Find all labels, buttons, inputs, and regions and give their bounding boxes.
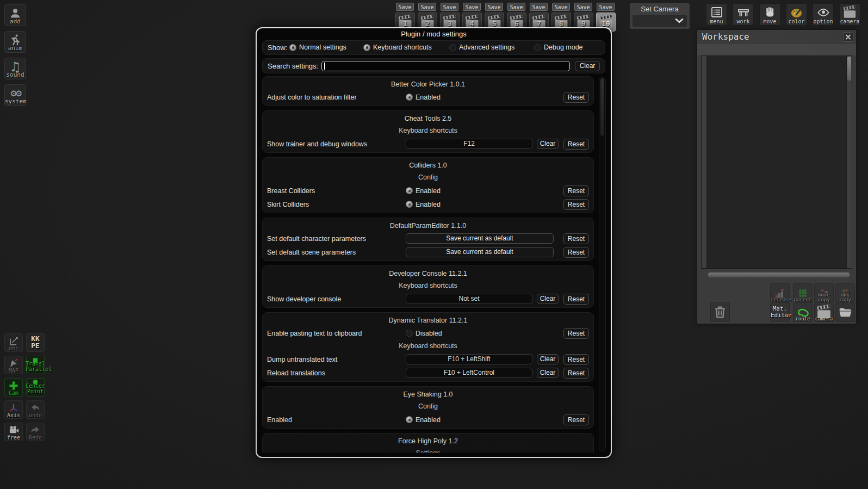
toggle-control[interactable]: Enabled [406,201,441,208]
workspace-right-scrollbar[interactable] [846,56,852,268]
workspace-button-label: move copy [815,293,833,302]
toggle-control[interactable]: Disabled [406,330,442,337]
keybind-box[interactable]: F10 + LeftShift [406,354,532,364]
workspace-tree-area[interactable] [701,55,852,269]
toggle-circle[interactable] [406,201,413,208]
action-button[interactable]: Save current as default [406,233,554,244]
reset-button[interactable]: Reset [563,328,589,339]
save-button-6[interactable]: Save [507,3,525,11]
reset-button[interactable]: Reset [563,185,589,196]
radio-toggle[interactable] [534,44,541,51]
dialog-scrollbar[interactable] [599,77,606,451]
tool-button-obj[interactable]: obj [4,333,23,352]
radio-toggle[interactable] [449,44,456,51]
toggle-control[interactable]: Enabled [406,416,441,424]
toggle-circle[interactable] [406,94,413,101]
toolbar-button-color[interactable]: color [786,3,807,26]
keybind-box[interactable]: F10 + LeftControl [406,368,532,378]
toggle-circle[interactable] [406,416,413,423]
toolbar-button-move[interactable]: move [759,3,780,26]
toolbar-button-menu[interactable]: menu [706,3,727,26]
tool-button-cam[interactable]: Cam [4,378,23,397]
toggle-control[interactable]: Enabled [406,94,441,101]
reset-button[interactable]: Reset [563,139,589,150]
text-caret [324,63,325,70]
tool-button-center-point[interactable]: Center Point [26,378,45,397]
reset-button[interactable]: Reset [563,233,589,244]
tool-button-free[interactable]: free [4,423,23,441]
clear-button[interactable]: Clear [537,139,559,149]
toggle-control[interactable]: Enabled [406,187,441,195]
toolbar-button-add[interactable]: add [4,4,26,26]
save-button-5[interactable]: Save [485,3,503,11]
show-option-1[interactable]: Keyboard shortcuts [363,44,432,51]
show-option-3[interactable]: Debug mode [534,44,583,51]
radio-toggle[interactable] [289,44,296,51]
tool-button-transl-parallel[interactable]: Transl Parallel [26,356,45,374]
tool-button-label: KK PE [26,335,45,349]
scrollbar-thumb[interactable] [847,57,851,81]
save-button-4[interactable]: Save [463,3,481,11]
toolbar-button-label: add [5,18,26,25]
set-camera-dropdown[interactable] [633,15,687,27]
reset-button[interactable]: Reset [563,354,589,365]
search-input[interactable] [321,61,570,71]
reset-button[interactable]: Reset [563,414,589,425]
workspace-button-folder[interactable] [835,302,855,322]
action-button[interactable]: Save current as default [406,247,554,257]
toggle-circle[interactable] [406,187,413,194]
save-button-9[interactable]: Save [574,3,592,11]
toolbar-button-sound[interactable]: ♫sound [4,58,26,79]
workspace-button-release[interactable]: release [770,283,790,303]
keybind-box[interactable]: F12 [406,139,532,149]
clear-button[interactable]: Clear [537,354,559,364]
show-option-label: Keyboard shortcuts [373,44,432,51]
search-clear-button[interactable]: Clear [575,61,600,71]
save-button-7[interactable]: Save [530,3,548,11]
workspace-button-parent[interactable]: parent [793,283,813,303]
tool-button-axis[interactable]: Axis [4,400,23,419]
save-button-2[interactable]: Save [418,3,436,11]
reset-button[interactable]: Reset [563,294,589,305]
workspace-horizontal-scrollbar[interactable] [708,273,850,277]
chevron-down-icon [675,17,684,24]
slot-number: 1 [396,20,414,28]
reset-button[interactable]: Reset [563,92,589,103]
toolbar-button-system[interactable]: ⚙⚙system [4,84,26,106]
clear-button[interactable]: Clear [537,368,559,378]
tool-button-kk-pe[interactable]: KK PE [26,333,45,352]
show-option-2[interactable]: Advanced settings [449,44,514,51]
green-plus-icon [6,380,21,391]
clear-button[interactable]: Clear [537,294,559,304]
dialog-title: Plugin / mod settings [257,30,611,38]
workspace-left-scrollbar[interactable] [702,56,707,268]
toolbar-button-anim[interactable]: anim [4,31,26,53]
workspace-button-move-copy[interactable]: move copy [814,283,834,303]
workspace-button-trash[interactable] [710,302,730,322]
tool-button-redo[interactable]: Redo [26,423,45,441]
plugin-section-title: DefaultParamEditor 1.1.0 [267,220,589,232]
tool-button-map[interactable]: MAP [4,356,23,374]
workspace-close-button[interactable] [843,32,853,42]
toolbar-button-work[interactable]: work [733,3,754,26]
save-button-8[interactable]: Save [552,3,570,11]
radio-toggle[interactable] [363,44,370,51]
reset-button[interactable]: Reset [563,368,589,379]
save-button-1[interactable]: Save [396,3,414,11]
workspace-button-route[interactable]: route [793,302,813,322]
reset-button[interactable]: Reset [563,247,589,258]
scrollbar-thumb[interactable] [600,78,605,137]
tool-button-undo[interactable]: undo [26,400,45,419]
workspace-button-mat-editor[interactable]: Mat. Editor [770,302,790,322]
toolbar-button-option[interactable]: option [813,3,834,26]
reset-button[interactable]: Reset [563,199,589,210]
keybind-box[interactable]: Not set [406,294,532,304]
toolbar-button-camera[interactable]: camera [839,3,860,26]
toggle-circle[interactable] [406,330,413,337]
save-button-3[interactable]: Save [441,3,458,11]
workspace-button-obj-copy[interactable]: obj copy [835,283,855,303]
workspace-button-camera[interactable]: camera [814,302,834,322]
save-button-10[interactable]: Save [597,3,615,11]
movie-camera-icon [6,424,21,436]
show-option-0[interactable]: Normal settings [289,44,346,51]
